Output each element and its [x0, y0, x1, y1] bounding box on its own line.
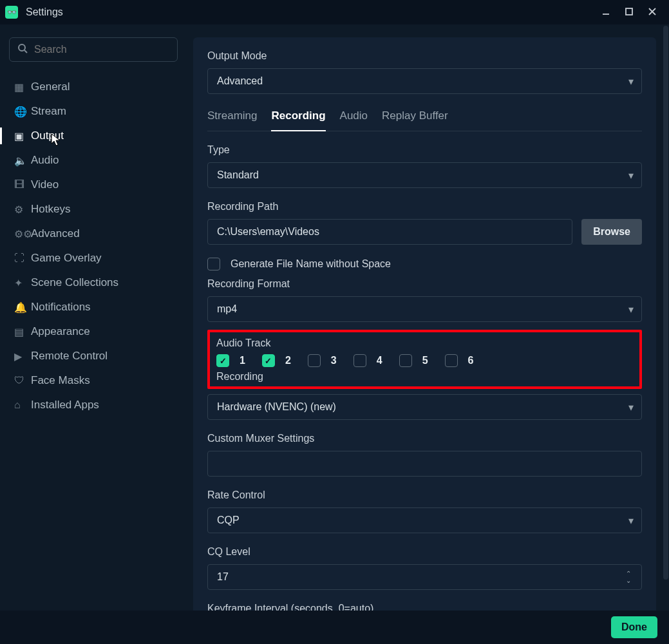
sidebar-item-label: Game Overlay — [31, 252, 102, 265]
recording-path-value: C:\Users\emay\Videos — [217, 226, 319, 238]
output-mode-label: Output Mode — [207, 50, 642, 62]
sidebar-item-face-masks[interactable]: 🛡Face Masks — [9, 368, 178, 393]
audio-track-2-checkbox[interactable] — [262, 354, 275, 367]
sidebar-item-audio[interactable]: 🔈Audio — [9, 148, 178, 173]
encoder-select[interactable]: Hardware (NVENC) (new) ▾ — [207, 394, 642, 420]
encoder-value: Hardware (NVENC) (new) — [217, 401, 336, 413]
footer: Done — [0, 611, 669, 644]
sidebar-item-label: Scene Collections — [31, 276, 118, 289]
type-select[interactable]: Standard ▾ — [207, 162, 642, 188]
sidebar-item-label: Installed Apps — [31, 399, 99, 412]
minimize-button[interactable] — [594, 6, 617, 19]
chip-icon: ▣ — [14, 130, 31, 142]
sidebar-item-label: Audio — [31, 154, 59, 167]
chevron-down-icon: ▾ — [628, 75, 634, 88]
custom-muxer-label: Custom Muxer Settings — [207, 433, 642, 444]
sidebar-item-label: Appearance — [31, 325, 90, 338]
audio-track-4-checkbox[interactable] — [353, 354, 366, 367]
audio-track-6-label: 6 — [468, 355, 474, 366]
type-label: Type — [207, 144, 642, 156]
search-input[interactable] — [34, 44, 169, 55]
maximize-button[interactable] — [617, 6, 641, 19]
sidebar-item-label: General — [31, 80, 70, 93]
custom-muxer-input[interactable] — [207, 451, 642, 477]
window-title: Settings — [26, 6, 63, 18]
sidebar-item-hotkeys[interactable]: ⚙Hotkeys — [9, 197, 178, 222]
scrollbar-thumb[interactable] — [663, 26, 668, 580]
store-icon: ⌂ — [14, 399, 31, 411]
rate-control-label: Rate Control — [207, 489, 642, 501]
play-circle-icon: ▶ — [14, 350, 31, 363]
sidebar-item-general[interactable]: ▦General — [9, 75, 178, 99]
chevron-down-icon: ▾ — [628, 515, 634, 527]
audio-track-3-checkbox[interactable] — [308, 354, 321, 367]
rate-control-select[interactable]: CQP ▾ — [207, 507, 642, 533]
sidebar-item-remote-control[interactable]: ▶Remote Control — [9, 344, 178, 368]
audio-track-3-label: 3 — [331, 355, 337, 366]
sidebar-item-label: Video — [31, 178, 59, 191]
browse-button[interactable]: Browse — [581, 219, 642, 245]
output-mode-select[interactable]: Advanced ▾ — [207, 68, 642, 94]
cq-level-label: CQ Level — [207, 546, 642, 558]
recording-path-label: Recording Path — [207, 201, 642, 213]
spinner-buttons[interactable]: ⌃⌄ — [626, 567, 636, 587]
sidebar-item-label: Stream — [31, 105, 66, 118]
gen-filename-label: Generate File Name without Space — [231, 258, 391, 270]
sidebar-item-video[interactable]: 🎞Video — [9, 173, 178, 197]
recording-format-value: mp4 — [217, 303, 237, 315]
globe-icon: 🌐 — [14, 106, 31, 118]
gear-icon: ⚙ — [14, 204, 31, 216]
recording-format-select[interactable]: mp4 ▾ — [207, 296, 642, 322]
bell-icon: 🔔 — [14, 301, 31, 314]
sidebar-item-appearance[interactable]: ▤Appearance — [9, 319, 178, 344]
recording-format-label: Recording Format — [207, 278, 642, 290]
output-mode-value: Advanced — [217, 75, 263, 87]
chevron-down-icon: ▾ — [628, 401, 634, 413]
tab-recording[interactable]: Recording — [271, 107, 325, 131]
svg-point-1 — [19, 44, 25, 51]
sidebar-item-label: Remote Control — [31, 350, 108, 363]
search-icon — [17, 43, 28, 56]
audio-track-5-label: 5 — [422, 355, 428, 366]
audio-track-5-checkbox[interactable] — [399, 354, 412, 367]
title-bar: 👓 Settings — [0, 0, 669, 24]
sidebar-item-label: Advanced — [31, 227, 80, 240]
sidebar-item-advanced[interactable]: ⚙⚙Advanced — [9, 222, 178, 246]
type-value: Standard — [217, 169, 259, 181]
swatch-icon: ▤ — [14, 326, 31, 338]
sidebar-item-notifications[interactable]: 🔔Notifications — [9, 295, 178, 319]
audio-track-6-checkbox[interactable] — [445, 354, 458, 367]
recording-path-input[interactable]: C:\Users\emay\Videos — [207, 219, 572, 245]
recording-encoder-label: Recording — [216, 371, 633, 383]
chevron-down-icon: ▾ — [628, 303, 634, 316]
tab-streaming[interactable]: Streaming — [207, 107, 257, 131]
sidebar-item-game-overlay[interactable]: ⛶Game Overlay — [9, 246, 178, 270]
scrollbar[interactable] — [663, 24, 669, 611]
sidebar-item-scene-collections[interactable]: ✦Scene Collections — [9, 270, 178, 295]
grid-icon: ▦ — [14, 81, 31, 93]
svg-rect-0 — [626, 8, 632, 15]
cq-level-input[interactable]: 17 ⌃⌄ — [207, 564, 642, 590]
app-icon: 👓 — [5, 6, 18, 19]
sidebar-item-label: Hotkeys — [31, 203, 70, 216]
gen-filename-checkbox[interactable] — [207, 258, 220, 270]
sidebar: ▦General🌐Stream▣Output🔈Audio🎞Video⚙Hotke… — [0, 24, 187, 611]
sidebar-item-output[interactable]: ▣Output — [9, 124, 178, 148]
shield-icon: 🛡 — [14, 375, 31, 386]
gears-icon: ⚙⚙ — [14, 228, 31, 240]
search-box[interactable] — [9, 37, 178, 62]
sidebar-item-installed-apps[interactable]: ⌂Installed Apps — [9, 393, 178, 417]
cq-level-value: 17 — [217, 571, 229, 583]
sidebar-item-label: Notifications — [31, 301, 91, 314]
done-button[interactable]: Done — [611, 616, 657, 638]
audio-track-label: Audio Track — [216, 337, 633, 349]
audio-track-2-label: 2 — [285, 355, 291, 366]
rate-control-value: CQP — [217, 515, 240, 526]
close-button[interactable] — [641, 6, 664, 19]
sidebar-item-label: Face Masks — [31, 374, 90, 387]
tab-replay-buffer[interactable]: Replay Buffer — [382, 107, 448, 131]
tab-audio[interactable]: Audio — [340, 107, 368, 131]
film-icon: 🎞 — [14, 179, 31, 191]
audio-track-1-checkbox[interactable] — [216, 354, 229, 367]
sidebar-item-stream[interactable]: 🌐Stream — [9, 99, 178, 124]
